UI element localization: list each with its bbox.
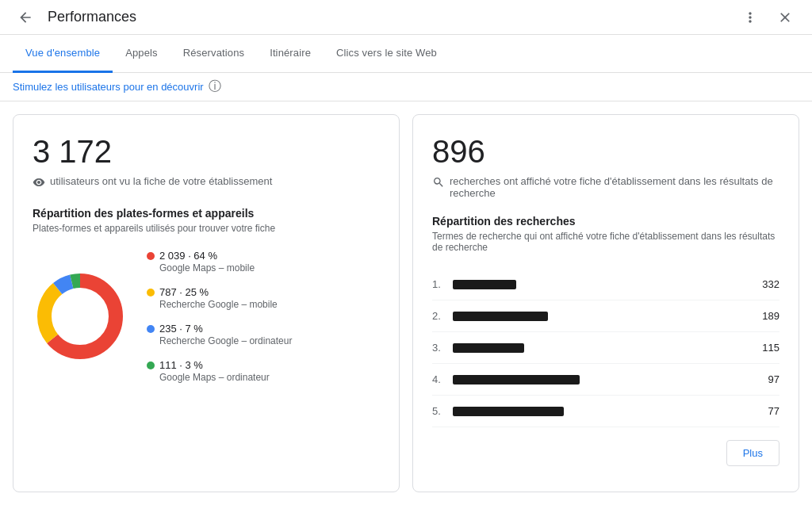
legend-dot-yellow <box>147 289 155 296</box>
page-title: Performances <box>48 9 136 25</box>
tab-reservations[interactable]: Réservations <box>170 35 257 73</box>
plus-button[interactable]: Plus <box>726 440 779 466</box>
searches-card: 896 recherches ont affiché votre fiche d… <box>412 114 799 492</box>
eye-icon <box>33 176 45 191</box>
search-item-2-left: 2. <box>432 310 548 322</box>
legend-dot-red <box>147 252 155 260</box>
search-item-1-left: 1. <box>432 278 516 290</box>
views-stat-desc: utilisateurs ont vu la fiche de votre ét… <box>33 175 380 191</box>
search-item-2: 2. 189 <box>432 300 779 332</box>
back-button[interactable] <box>13 5 38 30</box>
views-section-title: Répartition des plates-formes et apparei… <box>33 207 380 220</box>
donut-chart <box>33 269 128 364</box>
header-right <box>736 3 799 32</box>
searches-section-subtitle: Termes de recherche qui ont affiché votr… <box>432 231 779 253</box>
legend-label-3: Recherche Google – ordinateur <box>147 335 292 346</box>
legend: 2 039 · 64 % Google Maps – mobile 787 · … <box>147 250 292 383</box>
svg-point-4 <box>54 290 106 342</box>
search-count-5: 77 <box>768 405 779 417</box>
main-content: 3 172 utilisateurs ont vu la fiche de vo… <box>0 101 812 505</box>
plus-btn-area: Plus <box>432 440 779 466</box>
legend-dot-green <box>147 362 155 369</box>
redacted-bar-4 <box>453 375 580 384</box>
tab-appels[interactable]: Appels <box>113 35 170 73</box>
search-rank-2: 2. <box>432 310 445 322</box>
legend-item-1: 2 039 · 64 % Google Maps – mobile <box>147 250 292 274</box>
redacted-bar-3 <box>453 343 524 353</box>
search-item-1: 1. 332 <box>432 269 779 300</box>
tab-itineraire[interactable]: Itinéraire <box>257 35 324 73</box>
more-options-button[interactable] <box>736 3 764 32</box>
redacted-bar-1 <box>453 280 516 289</box>
header: Performances <box>0 0 812 35</box>
close-button[interactable] <box>771 3 799 32</box>
views-card: 3 172 utilisateurs ont vu la fiche de vo… <box>13 114 400 492</box>
legend-value-4: 111 · 3 % <box>159 359 203 371</box>
legend-value-2: 787 · 25 % <box>159 286 209 298</box>
chart-area: 2 039 · 64 % Google Maps – mobile 787 · … <box>33 250 380 383</box>
legend-value-3: 235 · 7 % <box>159 323 203 335</box>
search-count-1: 332 <box>762 278 779 290</box>
header-left: Performances <box>13 5 136 30</box>
search-item-5: 5. 77 <box>432 396 779 427</box>
search-rank-1: 1. <box>432 278 445 290</box>
legend-item-2: 787 · 25 % Recherche Google – mobile <box>147 286 292 310</box>
search-item-4: 4. 97 <box>432 364 779 396</box>
search-rank-3: 3. <box>432 342 445 354</box>
search-item-5-left: 5. <box>432 405 564 417</box>
views-section-subtitle: Plates-formes et appareils utilisés pour… <box>33 223 380 234</box>
views-stat-number: 3 172 <box>33 134 380 169</box>
banner-row: Stimulez les utilisateurs pour en découv… <box>0 73 812 101</box>
legend-item-3: 235 · 7 % Recherche Google – ordinateur <box>147 323 292 346</box>
search-count-2: 189 <box>762 310 779 322</box>
searches-stat-desc: recherches ont affiché votre fiche d'éta… <box>432 175 779 199</box>
search-item-4-left: 4. <box>432 373 580 385</box>
searches-stat-number: 896 <box>432 134 779 169</box>
search-count-3: 115 <box>762 342 779 354</box>
search-item-3-left: 3. <box>432 342 524 354</box>
legend-value-1: 2 039 · 64 % <box>159 250 217 262</box>
redacted-bar-5 <box>453 407 564 416</box>
banner-text: Stimulez les utilisateurs pour en découv… <box>13 81 204 93</box>
search-count-4: 97 <box>768 373 779 385</box>
tab-vue-ensemble[interactable]: Vue d'ensemble <box>13 35 113 73</box>
legend-item-4: 111 · 3 % Google Maps – ordinateur <box>147 359 292 383</box>
views-desc-text: utilisateurs ont vu la fiche de votre ét… <box>50 175 272 187</box>
search-item-3: 3. 115 <box>432 332 779 364</box>
legend-label-2: Recherche Google – mobile <box>147 299 292 310</box>
legend-label-1: Google Maps – mobile <box>147 262 292 274</box>
info-icon: ⓘ <box>209 78 221 95</box>
searches-desc-text: recherches ont affiché votre fiche d'éta… <box>450 175 779 199</box>
search-rank-4: 4. <box>432 373 445 385</box>
search-list: 1. 332 2. 189 3. 115 <box>432 269 779 427</box>
tab-clics-site[interactable]: Clics vers le site Web <box>324 35 450 73</box>
tabs-bar: Vue d'ensemble Appels Réservations Itiné… <box>0 35 812 73</box>
redacted-bar-2 <box>453 312 548 321</box>
searches-section-title: Répartition des recherches <box>432 215 779 228</box>
legend-dot-blue <box>147 325 155 333</box>
search-rank-5: 5. <box>432 405 445 417</box>
legend-label-4: Google Maps – ordinateur <box>147 372 292 383</box>
search-icon <box>432 176 445 191</box>
